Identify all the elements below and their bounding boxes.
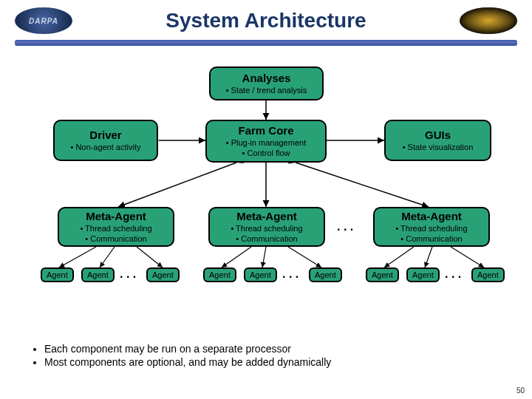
svg-line-11 [288, 247, 321, 267]
meta1-sub: • Thread scheduling • Communication [64, 224, 168, 243]
meta1-title: Meta-Agent [64, 210, 168, 222]
header-divider [15, 40, 517, 46]
guis-node: GUIs • State visualization [384, 120, 491, 161]
farmcore-sub: • Plug-in management • Control flow [211, 138, 321, 157]
agent-box: Agent [471, 267, 505, 282]
svg-line-3 [118, 163, 236, 207]
svg-line-5 [296, 163, 429, 207]
guis-title: GUIs [390, 129, 485, 141]
architecture-diagram: Analyses • State / trend analysis Driver… [0, 46, 532, 341]
driver-title: Driver [59, 129, 152, 141]
darpa-logo-text: DARPA [29, 17, 58, 25]
meta2-sub: • Thread scheduling • Communication [214, 224, 319, 243]
agent-box: Agent [309, 267, 342, 282]
analyses-title: Analyses [215, 72, 318, 84]
agent-box: Agent [203, 267, 236, 282]
agent-box: Agent [244, 267, 277, 282]
svg-line-8 [137, 247, 163, 267]
agent-ellipsis: . . . [282, 267, 299, 281]
meta2-title: Meta-Agent [214, 210, 319, 222]
agent-ellipsis: . . . [120, 267, 136, 281]
svg-line-12 [384, 247, 414, 267]
meta3-sub: • Thread scheduling • Communication [379, 224, 484, 243]
agent-box: Agent [366, 267, 399, 282]
page-number: 50 [516, 386, 525, 395]
driver-node: Driver • Non-agent activity [53, 120, 158, 161]
meta-agent-1-node: Meta-Agent • Thread scheduling • Communi… [58, 207, 174, 247]
farmcore-node: Farm Core • Plug-in management • Control… [205, 120, 327, 163]
svg-line-6 [59, 247, 96, 267]
right-logo [460, 7, 517, 34]
agent-box: Agent [41, 267, 74, 282]
darpa-logo: DARPA [15, 7, 72, 34]
svg-line-14 [451, 247, 484, 267]
meta3-title: Meta-Agent [379, 210, 484, 222]
agent-box: Agent [406, 267, 440, 282]
svg-line-9 [222, 247, 251, 267]
analyses-node: Analyses • State / trend analysis [209, 66, 324, 100]
farmcore-title: Farm Core [211, 124, 321, 137]
bullet-item: Most components are optional, and may be… [44, 356, 502, 368]
agent-ellipsis: . . . [445, 267, 461, 281]
bullet-item: Each component may be run on a separate … [44, 343, 502, 355]
bullet-list: Each component may be run on a separate … [0, 343, 532, 368]
page-title: System Architecture [72, 9, 460, 33]
driver-sub: • Non-agent activity [59, 143, 152, 152]
meta-agent-2-node: Meta-Agent • Thread scheduling • Communi… [208, 207, 325, 247]
meta-agent-3-node: Meta-Agent • Thread scheduling • Communi… [373, 207, 490, 247]
analyses-sub: • State / trend analysis [215, 86, 318, 95]
meta-ellipsis: . . . [337, 220, 353, 233]
agent-box: Agent [81, 267, 115, 282]
agent-box: Agent [146, 267, 180, 282]
svg-line-13 [425, 247, 432, 267]
svg-line-7 [100, 247, 115, 267]
guis-sub: • State visualization [390, 143, 485, 152]
svg-line-10 [262, 247, 266, 267]
